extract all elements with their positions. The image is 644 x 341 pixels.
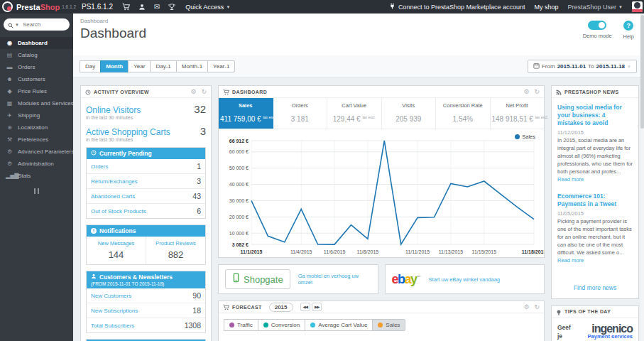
sidebar-item[interactable]: ▦ Modules and Services: [0, 97, 73, 109]
sidebar-item[interactable]: ✈ Shipping: [0, 109, 73, 121]
sidebar-item-label: Advanced Parameters: [18, 148, 74, 155]
refresh-icon[interactable]: ↻: [534, 89, 540, 95]
sidebar-item[interactable]: ☻ Customers: [0, 73, 73, 85]
user-icon[interactable]: [138, 4, 146, 11]
ebay-link[interactable]: Start uw eBay winkel vandaag: [429, 276, 500, 283]
customer-row-link[interactable]: New Subscriptions: [91, 308, 138, 314]
sidebar-item[interactable]: ⚙ Advanced Parameters: [0, 146, 73, 158]
forecast-legend-button[interactable]: Sales: [372, 319, 405, 331]
scrollbar-thumb[interactable]: [640, 15, 644, 129]
customers-newsletters-header: Customers & Newsletters (FROM 2015-11-01…: [87, 271, 205, 288]
date-range-picker[interactable]: From 2015-11-01 To 2015-11-18 ▼: [528, 60, 637, 73]
sales-line-chart[interactable]: 3 082 €10 000 €20 000 €30 000 €40 000 €5…: [219, 131, 544, 257]
refresh-icon[interactable]: ↻: [201, 89, 207, 95]
pending-row-link[interactable]: Return/Exchanges: [91, 178, 138, 185]
svg-text:30 000 €: 30 000 €: [229, 198, 249, 203]
trophy-icon[interactable]: [168, 4, 175, 11]
svg-text:11/8/2015: 11/8/2015: [357, 249, 379, 254]
search-icon: [8, 18, 13, 31]
sidebar-search[interactable]: ▼: [4, 18, 70, 31]
date-filter-button[interactable]: Month: [100, 60, 129, 72]
kpi-tile[interactable]: Visits 205 939: [382, 98, 437, 129]
pending-row-link[interactable]: Orders: [91, 163, 108, 170]
customers-newsletters-section: Customers & Newsletters (FROM 2015-11-01…: [86, 271, 206, 333]
shopgate-module: Shopgate Ga mobiel en verhoog uw omzet: [218, 264, 378, 294]
pending-row: Orders 1: [87, 159, 205, 173]
article-title-link[interactable]: Ecommerce 101: Payments in a Tweet: [557, 193, 633, 208]
kpi-tile-label: Cart Value: [329, 102, 380, 109]
gear-icon[interactable]: ⚙: [523, 304, 529, 310]
kpi-tile[interactable]: Orders 3 181: [273, 98, 328, 129]
kpi-tiles: Sales 411 759,00 € tax excl. Orders 3 18…: [219, 98, 544, 129]
breadcrumb[interactable]: Dashboard: [80, 18, 637, 24]
legend-dot-icon: [378, 323, 383, 328]
forecast-legend-button[interactable]: Traffic: [224, 319, 258, 331]
article-title-link[interactable]: Using social media for your business: 4 …: [557, 104, 633, 127]
sidebar-item[interactable]: ◆ Price Rules: [0, 85, 73, 97]
kpi-tile-suffix: tax excl.: [362, 115, 375, 119]
date-filter-button[interactable]: Month-1: [176, 60, 208, 72]
date-filter-button[interactable]: Year: [128, 60, 151, 72]
notification-label: Product Reviews: [148, 240, 204, 247]
forecast-legend-button[interactable]: Conversion: [258, 319, 305, 331]
pending-row-link[interactable]: Abandoned Carts: [91, 193, 135, 200]
date-filter-button[interactable]: Day: [80, 60, 101, 72]
marketplace-connect-link[interactable]: Connect to PrestaShop Marketplace accoun…: [389, 3, 525, 11]
find-more-news-link[interactable]: Find more news: [552, 284, 638, 298]
gear-icon[interactable]: ⚙: [190, 89, 196, 95]
customer-row-link[interactable]: New Customers: [91, 293, 131, 299]
kpi-tile[interactable]: Cart Value 129,44 € tax excl.: [327, 98, 382, 129]
previous-year-button[interactable]: ◀◀: [300, 303, 310, 311]
activity-body: Online Visitors 32 in the last 30 minute…: [81, 98, 211, 341]
read-more-link[interactable]: Read more: [557, 257, 584, 264]
next-year-button[interactable]: ▶▶: [312, 303, 322, 311]
cart-icon: [223, 301, 229, 313]
online-visitors-link[interactable]: Online Visitors: [86, 105, 141, 115]
phone-icon: [232, 273, 240, 286]
sidebar-item[interactable]: ⊕ Localization: [0, 121, 73, 134]
kpi-tile[interactable]: Conversion Rate 1.54%: [436, 98, 491, 129]
article-date: 11/12/2015: [557, 129, 633, 136]
search-input[interactable]: [23, 21, 65, 28]
active-carts-link[interactable]: Active Shopping Carts: [86, 127, 170, 137]
svg-text:40 000 €: 40 000 €: [229, 182, 249, 187]
cart-icon[interactable]: [122, 3, 130, 11]
date-filter-button[interactable]: Day-1: [150, 60, 176, 72]
my-shop-link[interactable]: My shop: [534, 4, 558, 11]
refresh-icon[interactable]: ↻: [534, 304, 540, 310]
customer-row: New Subscriptions 18: [87, 303, 205, 318]
kpi-tile[interactable]: Net Profit 148 918,51 € tax excl.: [491, 98, 545, 129]
kpi-tile-label: Visits: [383, 102, 435, 109]
help-icon[interactable]: ?: [623, 21, 633, 31]
sidebar-item[interactable]: ◉ Dashboard: [0, 37, 73, 49]
panel-title: PRESTASHOP NEWS: [564, 90, 619, 94]
chart-legend-item[interactable]: Sales: [515, 134, 535, 140]
chevron-down-icon[interactable]: ▼: [15, 23, 19, 27]
date-filter-button[interactable]: Year-1: [207, 60, 235, 72]
user-menu[interactable]: PrestaShop User▼: [568, 4, 623, 11]
customer-row-link[interactable]: Total Subscribers: [91, 323, 134, 329]
read-more-link[interactable]: Read more: [557, 176, 584, 183]
notification-cell[interactable]: New Messages 144: [87, 237, 146, 264]
sidebar-item[interactable]: ▬ Orders: [0, 61, 73, 73]
sidebar-item[interactable]: ▂▅▇ Stats: [0, 170, 73, 182]
mail-icon[interactable]: ✉: [154, 4, 160, 11]
gear-icon[interactable]: ⚙: [523, 89, 529, 95]
quick-access-menu[interactable]: Quick Access▼: [185, 4, 230, 11]
forecast-year-badge[interactable]: 2015: [269, 303, 293, 312]
plug-icon: [389, 3, 395, 11]
notification-cell[interactable]: Product Reviews 882: [146, 237, 205, 264]
page-scrollbar[interactable]: [640, 13, 644, 341]
forecast-legend-button[interactable]: Average Cart Value: [305, 319, 373, 331]
avatar[interactable]: [632, 1, 643, 12]
sidebar-item[interactable]: ⚙ Administration: [0, 158, 73, 170]
shopgate-link[interactable]: Ga mobiel en verhoog uw omzet: [298, 273, 371, 286]
sidebar-collapse-button[interactable]: [31, 188, 43, 194]
pending-row-link[interactable]: Out of Stock Products: [91, 208, 146, 215]
active-carts-sub: in the last 30 minutes: [86, 137, 206, 142]
sidebar-item[interactable]: ⚒ Preferences: [0, 134, 73, 146]
topbar-icons: ✉: [122, 3, 175, 11]
sidebar-item[interactable]: ▤ Catalog: [0, 49, 73, 61]
kpi-tile[interactable]: Sales 411 759,00 € tax excl.: [219, 98, 273, 129]
demo-mode-toggle[interactable]: [588, 21, 606, 30]
